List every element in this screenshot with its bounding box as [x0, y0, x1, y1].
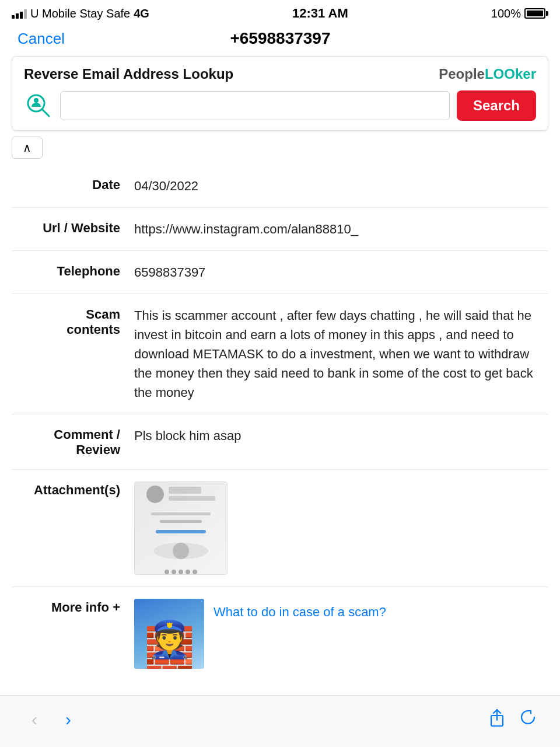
chevron-up-icon: ∧: [23, 141, 32, 155]
refresh-button[interactable]: [519, 708, 537, 731]
more-info-inner: 🧱 👮 What to do in case of a scam?: [134, 599, 548, 669]
status-time: 12:31 AM: [292, 6, 348, 21]
collapse-bar: ∧: [0, 131, 560, 165]
svg-point-1: [34, 98, 38, 103]
banner-header: Reverse Email Address Lookup PeopleLOOke…: [24, 66, 536, 82]
people-looker-logo: PeopleLOOker: [439, 66, 536, 82]
more-info-label: More info +: [12, 599, 134, 615]
date-value: 04/30/2022: [134, 176, 548, 196]
scam-contents-row: Scamcontents This is scammer account , a…: [12, 294, 548, 414]
phone-number: +6598837397: [230, 29, 330, 48]
looker-text: LOOker: [485, 66, 536, 82]
share-button[interactable]: [489, 708, 505, 731]
date-label: Date: [12, 176, 134, 193]
battery-icon: [524, 8, 548, 19]
url-label: Url / Website: [12, 219, 134, 236]
telephone-value: 6598837397: [134, 263, 548, 282]
date-row: Date 04/30/2022: [12, 165, 548, 208]
telephone-label: Telephone: [12, 263, 134, 279]
nav-arrows: ‹ ›: [23, 706, 79, 733]
attachment-placeholder: [135, 482, 227, 574]
comment-review-label: Comment /Review: [12, 426, 134, 458]
network-type: 4G: [134, 7, 149, 20]
attachments-value: [134, 481, 548, 575]
comment-review-row: Comment /Review Pls block him asap: [12, 414, 548, 470]
banner-widget: Reverse Email Address Lookup PeopleLOOke…: [12, 56, 548, 131]
bottom-nav: ‹ ›: [0, 695, 560, 747]
url-link[interactable]: https://www.instagram.com/alan88810_: [134, 222, 358, 236]
scam-contents-label: Scamcontents: [12, 306, 134, 337]
carrier-text: U Mobile Stay Safe: [30, 7, 130, 20]
svg-line-2: [42, 109, 49, 116]
search-button[interactable]: Search: [457, 90, 536, 121]
refresh-icon: [519, 708, 537, 726]
comment-review-value: Pls block him asap: [134, 426, 548, 445]
cancel-button[interactable]: Cancel: [18, 30, 65, 48]
collapse-button[interactable]: ∧: [12, 137, 43, 159]
url-row: Url / Website https://www.instagram.com/…: [12, 208, 548, 251]
nav-actions: [489, 708, 537, 731]
status-left: U Mobile Stay Safe 4G: [12, 7, 149, 20]
more-info-content: 🧱 👮 What to do in case of a scam?: [134, 599, 548, 669]
attachments-label: Attachment(s): [12, 481, 134, 498]
search-icon-wrap: [24, 91, 53, 120]
signal-icon: [12, 8, 27, 19]
attachment-thumbnail[interactable]: [134, 481, 228, 575]
content-area: Date 04/30/2022 Url / Website https://ww…: [0, 165, 560, 739]
status-bar: U Mobile Stay Safe 4G 12:31 AM 100%: [0, 0, 560, 25]
battery-percent: 100%: [491, 7, 521, 20]
teal-search-icon: [26, 93, 51, 118]
more-info-link[interactable]: What to do in case of a scam?: [214, 603, 386, 622]
telephone-row: Telephone 6598837397: [12, 251, 548, 294]
back-button[interactable]: ‹: [23, 706, 46, 733]
search-input[interactable]: [60, 91, 450, 120]
url-value[interactable]: https://www.instagram.com/alan88810_: [134, 219, 548, 239]
more-info-image: 🧱 👮: [134, 599, 204, 669]
nav-bar: Cancel +6598837397: [0, 25, 560, 56]
banner-search-row: Search: [24, 90, 536, 121]
people-text: People: [439, 66, 485, 82]
share-icon: [489, 708, 505, 727]
forward-button[interactable]: ›: [57, 706, 79, 733]
status-right: 100%: [491, 7, 548, 20]
attachments-row: Attachment(s): [12, 470, 548, 587]
scam-contents-value: This is scammer account , after few days…: [134, 306, 548, 402]
banner-title: Reverse Email Address Lookup: [24, 66, 233, 82]
